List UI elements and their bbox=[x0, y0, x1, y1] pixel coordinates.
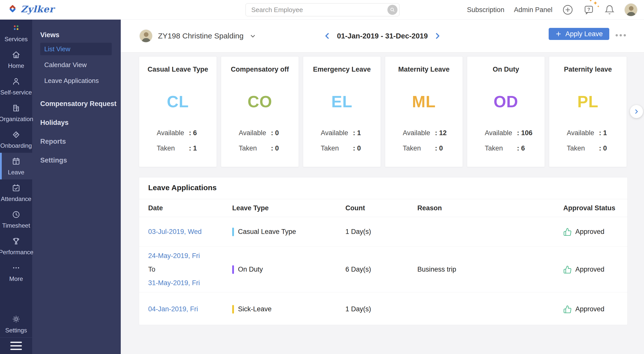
leave-type-color-bar bbox=[232, 265, 234, 274]
leave-code: ML bbox=[385, 92, 463, 111]
available-label: Available bbox=[567, 129, 599, 137]
zylker-logo[interactable]: Zylker bbox=[8, 4, 54, 15]
column-header-leave-type: Leave Type bbox=[232, 204, 345, 212]
svg-text:?: ? bbox=[587, 7, 590, 12]
leave-card-compensatory-off[interactable]: Compensatory off CO Available : 0 Taken … bbox=[221, 56, 299, 167]
date-cell: 03-Jul-2019, Wed bbox=[148, 228, 232, 236]
performance-icon bbox=[11, 236, 21, 247]
panel-title: Leave Applications bbox=[139, 177, 627, 192]
leave-type-color-bar bbox=[232, 305, 234, 314]
cards-next-button[interactable] bbox=[630, 105, 643, 118]
hamburger-icon[interactable] bbox=[0, 337, 32, 354]
employee-selector[interactable]: ZY198 Christine Spalding bbox=[139, 20, 257, 52]
date-to-label: To bbox=[148, 266, 232, 273]
bell-icon[interactable] bbox=[604, 5, 615, 15]
sidebar-item-more[interactable]: More bbox=[0, 259, 32, 286]
date-link[interactable]: 03-Jul-2019, Wed bbox=[148, 228, 232, 236]
apply-leave-button[interactable]: Apply Leave bbox=[549, 28, 609, 40]
table-row: 04-Jan-2019, Fri Sick-Leave 1 Day(s) App… bbox=[139, 292, 627, 326]
content-area: ZY198 Christine Spalding 01-Jan-2019 - 3… bbox=[121, 20, 644, 354]
user-avatar[interactable] bbox=[624, 3, 637, 16]
leave-type-name: Sick-Leave bbox=[238, 305, 272, 313]
leave-card-casual-leave-type[interactable]: Casual Leave Type CL Available : 6 Taken… bbox=[139, 56, 217, 167]
sidebar-item-timesheet[interactable]: Timesheet bbox=[0, 206, 32, 233]
thumbs-up-icon bbox=[563, 305, 572, 314]
leave-card-maternity-leave[interactable]: Maternity Leave ML Available : 12 Taken … bbox=[385, 56, 463, 167]
leave-card-emergency-leave[interactable]: Emergency Leave EL Available : 1 Taken :… bbox=[303, 56, 381, 167]
sidebar-item-organization[interactable]: Organization bbox=[0, 99, 32, 126]
leave-icon bbox=[11, 157, 21, 167]
subnav-link-holidays[interactable]: Holidays bbox=[40, 119, 121, 127]
leave-subnav: Views List ViewCalendar ViewLeave Applic… bbox=[32, 20, 121, 354]
leave-card-on-duty[interactable]: On Duty OD Available : 106 Taken : 6 bbox=[467, 56, 545, 167]
leave-type-name: Casual Leave Type bbox=[238, 228, 296, 236]
ellipsis-icon[interactable] bbox=[616, 34, 626, 36]
zylker-logo-icon bbox=[8, 4, 18, 15]
taken-label: Taken bbox=[403, 144, 435, 152]
leave-code: EL bbox=[303, 92, 381, 111]
sidebar-item-leave[interactable]: Leave bbox=[0, 153, 32, 179]
available-value: : 106 bbox=[517, 129, 533, 137]
sidebar-item-label: Leave bbox=[8, 169, 24, 176]
leave-type-cell: Sick-Leave bbox=[232, 305, 345, 314]
subnav-link-compensatory-request[interactable]: Compensatory Request bbox=[40, 100, 121, 108]
available-value: : 0 bbox=[271, 129, 279, 137]
leave-type-cards: Casual Leave Type CL Available : 6 Taken… bbox=[139, 56, 627, 167]
sidebar-item-label: Home bbox=[8, 62, 24, 69]
plus-circle-icon[interactable] bbox=[562, 4, 574, 16]
sparkle-icon: ✦ bbox=[597, 5, 600, 8]
thumbs-up-icon bbox=[563, 228, 572, 236]
subnav-link-settings[interactable]: Settings bbox=[40, 157, 121, 164]
subnav-link-reports[interactable]: Reports bbox=[40, 138, 121, 145]
sidebar-item-attendance[interactable]: Attendance bbox=[0, 179, 32, 206]
chevron-right-icon[interactable] bbox=[433, 32, 442, 40]
sidebar-item-services[interactable]: Services bbox=[0, 20, 32, 46]
subscription-link[interactable]: Subscription bbox=[467, 6, 504, 14]
leave-type-cell: On Duty bbox=[232, 265, 345, 274]
chevron-left-icon[interactable] bbox=[323, 32, 331, 40]
help-chat-icon[interactable]: ? ✦ ✦ ✦ bbox=[583, 4, 595, 16]
search-icon[interactable] bbox=[387, 5, 397, 15]
sidebar-item-label: Settings bbox=[5, 327, 27, 334]
available-value: : 1 bbox=[599, 129, 607, 137]
taken-label: Taken bbox=[321, 144, 353, 152]
search-input[interactable] bbox=[246, 4, 387, 16]
leave-card-paternity-leave[interactable]: Paternity leave PL Available : 1 Taken :… bbox=[549, 56, 627, 167]
sidebar-item-label: Self-service bbox=[0, 89, 32, 96]
column-header-count: Count bbox=[345, 204, 417, 212]
column-header-date: Date bbox=[148, 204, 232, 212]
thumbs-up-icon bbox=[563, 265, 572, 274]
sidebar-item-home[interactable]: Home bbox=[0, 46, 32, 73]
subnav-item-list-view[interactable]: List View bbox=[40, 43, 112, 55]
taken-label: Taken bbox=[157, 144, 189, 152]
column-header-reason: Reason bbox=[417, 204, 563, 212]
admin-panel-link[interactable]: Admin Panel bbox=[514, 6, 552, 14]
view-items: List ViewCalendar ViewLeave Applications bbox=[40, 43, 121, 87]
organization-icon bbox=[11, 103, 21, 114]
subnav-item-calendar-view[interactable]: Calendar View bbox=[40, 59, 112, 71]
date-cell: 24-May-2019, FriTo31-May-2019, Fri bbox=[148, 252, 232, 287]
apply-leave-label: Apply Leave bbox=[565, 30, 603, 38]
leave-type-cell: Casual Leave Type bbox=[232, 228, 345, 236]
self-service-icon bbox=[11, 77, 21, 87]
sidebar-item-self-service[interactable]: Self-service bbox=[0, 73, 32, 99]
card-title: Casual Leave Type bbox=[139, 66, 217, 73]
sidebar-item-label: Timesheet bbox=[2, 222, 30, 229]
column-header-approval-status: Approval Status bbox=[563, 204, 627, 212]
module-sidebar: Services Home Self-service Organization … bbox=[0, 20, 32, 354]
date-link[interactable]: 04-Jan-2019, Fri bbox=[148, 305, 232, 313]
card-title: Emergency Leave bbox=[303, 66, 381, 73]
sidebar-item-label: Organization bbox=[0, 116, 33, 123]
sidebar-item-performance[interactable]: Performance bbox=[0, 233, 32, 259]
date-range-label[interactable]: 01-Jan-2019 - 31-Dec-2019 bbox=[337, 32, 428, 40]
table-row: 03-Jul-2019, Wed Casual Leave Type 1 Day… bbox=[139, 217, 627, 247]
date-link[interactable]: 31-May-2019, Fri bbox=[148, 279, 232, 287]
status-label: Approved bbox=[575, 305, 605, 313]
sidebar-item-label: Attendance bbox=[1, 195, 31, 203]
date-link[interactable]: 24-May-2019, Fri bbox=[148, 252, 232, 260]
sidebar-item-onboarding[interactable]: Onboarding bbox=[0, 126, 32, 153]
sidebar-item-settings[interactable]: Settings bbox=[0, 310, 32, 337]
sidebar-item-label: Onboarding bbox=[0, 142, 32, 149]
subnav-item-leave-applications[interactable]: Leave Applications bbox=[40, 74, 112, 87]
table-header-row: DateLeave TypeCountReasonApproval Status bbox=[139, 199, 627, 217]
